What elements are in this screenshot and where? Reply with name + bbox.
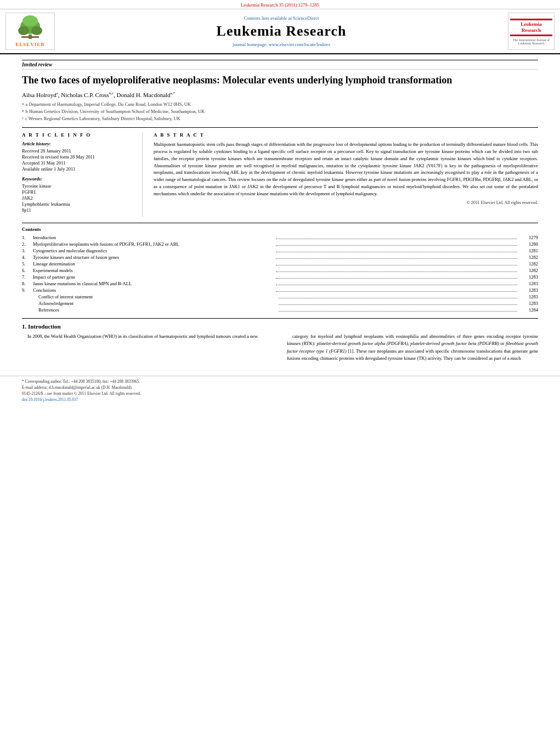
- affiliations: a a Department of Haematology, Imperial …: [22, 101, 538, 122]
- intro-col1: In 2008, the World Health Organization (…: [22, 333, 273, 365]
- toc-item-8: 8. Janus kinase mutations in classical M…: [22, 281, 538, 286]
- history-title: Article history:: [22, 141, 134, 146]
- svg-rect-5: [21, 36, 39, 38]
- abstract-copyright: © 2011 Elsevier Ltd. All rights reserved…: [154, 200, 538, 205]
- leukemia-research-logo: LeukemiaResearch The International Journ…: [508, 13, 555, 50]
- leukemia-logo-title: LeukemiaResearch: [521, 21, 542, 33]
- toc-item-refs: References 1284: [22, 307, 538, 313]
- section-title: 1. Introduction: [22, 323, 538, 330]
- homepage-link[interactable]: www.elsevier.com/locate/leukres: [269, 42, 330, 47]
- affiliation-b: b b Human Genetics Division, University …: [22, 108, 538, 115]
- authors-line: Ailsa Holroyda, Nicholas C.P. Crossb,c, …: [22, 91, 538, 98]
- article-title: The two faces of myeloproliferative neop…: [22, 74, 538, 87]
- table-of-contents: Contents 1. Introduction 1279 2. Myelopr…: [22, 223, 538, 313]
- contents-title: Contents: [22, 227, 538, 232]
- intro-col2: category for myeloid and lymphoid neopla…: [287, 333, 538, 365]
- keywords-section: Keywords: Tyrosine kinase FGFR1 JAK2 Lym…: [22, 176, 134, 213]
- article-info-abstract-section: A R T I C L E I N F O Article history: R…: [22, 127, 538, 217]
- toc-item-5: 5. Lineage determination 1282: [22, 261, 538, 267]
- svg-point-3: [31, 26, 42, 35]
- svg-point-4: [22, 15, 38, 26]
- toc-item-4: 4. Tyrosine kinases and structure of fus…: [22, 254, 538, 260]
- accepted-date: Accepted 31 May 2011: [22, 160, 134, 166]
- intro-col1-text: In 2008, the World Health Organization (…: [22, 333, 273, 340]
- sciencedirect-link[interactable]: ScienceDirect: [293, 15, 319, 21]
- logo-subtitle: The International Journal ofLeukemia Res…: [513, 38, 550, 45]
- author-holroyd: Ailsa Holroyda, Nicholas C.P. Crossb,c, …: [22, 92, 175, 98]
- journal-volume-info: Leukemia Research 35 (2011) 1279–1285: [0, 0, 560, 9]
- kw-fgfr1: FGFR1: [22, 189, 134, 195]
- abstract-text: Multipotent haematopoietic stem cells pa…: [154, 141, 538, 197]
- kw-tyrosine-kinase: Tyrosine kinase: [22, 183, 134, 189]
- elsevier-tree-icon: [14, 15, 47, 40]
- available-online-date: Available online 1 July 2011: [22, 166, 134, 172]
- journal-homepage: journal homepage: www.elsevier.com/locat…: [233, 42, 330, 47]
- svg-point-2: [18, 26, 29, 35]
- journal-center: Contents lists available at ScienceDirec…: [60, 13, 502, 50]
- received-date: Received 28 January 2011: [22, 148, 134, 154]
- toc-item-9: 9. Conclusions 1283: [22, 287, 538, 293]
- article-history: Article history: Received 28 January 201…: [22, 141, 134, 172]
- introduction-section: 1. Introduction In 2008, the World Healt…: [22, 318, 538, 365]
- elsevier-label: ELSEVIER: [15, 42, 45, 47]
- volume-text: Leukemia Research 35 (2011) 1279–1285: [241, 2, 319, 8]
- main-content: Invited review The two faces of myelopro…: [0, 54, 560, 370]
- sciencedirect-info: Contents lists available at ScienceDirec…: [244, 15, 319, 21]
- article-info-header: A R T I C L E I N F O: [22, 132, 134, 138]
- toc-item-7: 7. Impact of partner gene 1283: [22, 274, 538, 280]
- affiliation-c: c c Wessex Regional Genetics Laboratory,…: [22, 115, 538, 122]
- footer-email: E-mail address: d.h.macdonald@imperial.a…: [22, 385, 538, 390]
- toc-item-ack: Acknowledgement 1283: [22, 301, 538, 306]
- toc-item-2: 2. Myeloproliferative neoplasms with fus…: [22, 241, 538, 247]
- keywords-title: Keywords:: [22, 176, 134, 182]
- kw-lymphoblastic: Lymphoblastic leukaemia: [22, 201, 134, 207]
- received-revised-date: Received in revised form 28 May 2011: [22, 154, 134, 160]
- toc-item-3: 3. Cytogenetics and molecular diagnostic…: [22, 248, 538, 253]
- abstract-column: A B S T R A C T Multipotent haematopoiet…: [154, 132, 538, 217]
- page: Leukemia Research 35 (2011) 1279–1285 EL…: [0, 0, 560, 741]
- introduction-body: In 2008, the World Health Organization (…: [22, 333, 538, 365]
- logo-bar-top: [510, 19, 552, 20]
- footer-doi: doi:10.1016/j.leukres.2011.05.037: [22, 397, 538, 402]
- toc-item-conflict: Conflict of interest statement 1283: [22, 294, 538, 299]
- affiliation-a: a a Department of Haematology, Imperial …: [22, 101, 538, 108]
- article-info-column: A R T I C L E I N F O Article history: R…: [22, 132, 143, 217]
- intro-col2-text: category for myeloid and lymphoid neopla…: [287, 333, 538, 362]
- kw-8p11: 8p11: [22, 207, 134, 213]
- page-footer: * Corresponding author. Tel.: +44 208 38…: [0, 376, 560, 406]
- abstract-header: A B S T R A C T: [154, 132, 538, 138]
- footer-corresponding: * Corresponding author. Tel.: +44 208 38…: [22, 379, 538, 384]
- footer-issn: 0145-2126/$ – see front matter © 2011 El…: [22, 391, 538, 396]
- toc-item-1: 1. Introduction 1279: [22, 235, 538, 240]
- journal-header: ELSEVIER Contents lists available at Sci…: [0, 9, 560, 54]
- journal-title: Leukemia Research: [217, 23, 347, 39]
- elsevier-logo: ELSEVIER: [5, 13, 55, 50]
- kw-jak2: JAK2: [22, 195, 134, 201]
- toc-item-6: 6. Experimental models 1282: [22, 268, 538, 273]
- logo-bar-bottom: [510, 35, 552, 36]
- article-type-label: Invited review: [22, 60, 538, 70]
